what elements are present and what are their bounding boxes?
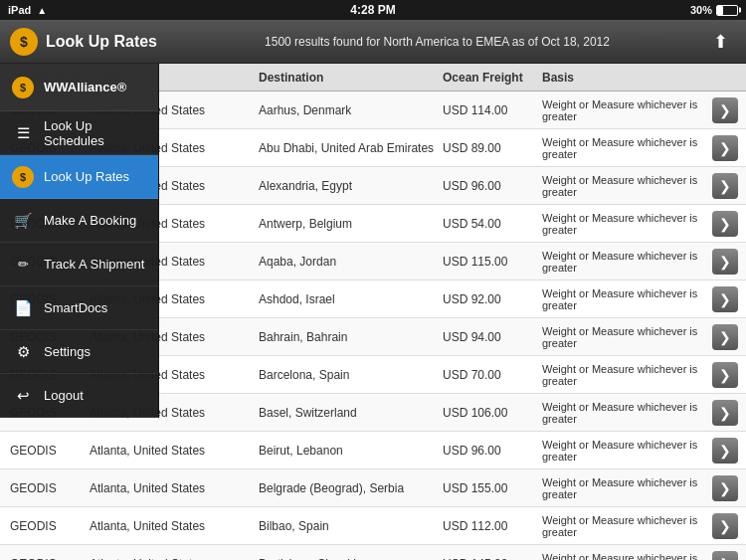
cell-destination: Abu Dhabi, United Arab Emirates bbox=[259, 141, 443, 155]
row-detail-arrow[interactable]: ❯ bbox=[712, 438, 742, 464]
sidebar: $WWAlliance®☰Look Up Schedules$Look Up R… bbox=[0, 64, 159, 418]
cell-destination: Beirut, Lebanon bbox=[259, 444, 443, 458]
cell-destination: Ashdod, Israel bbox=[259, 292, 443, 306]
sidebar-item-smartdocs[interactable]: 📄SmartDocs bbox=[0, 286, 158, 330]
sidebar-item-booking[interactable]: 🛒Make A Booking bbox=[0, 199, 158, 243]
cell-basis: Weight or Measure whichever is greater bbox=[542, 212, 712, 236]
sidebar-item-logout[interactable]: ↩Logout bbox=[0, 374, 158, 418]
cell-freight: USD 115.00 bbox=[443, 255, 542, 269]
row-detail-arrow[interactable]: ❯ bbox=[712, 211, 742, 237]
sidebar-item-label: WWAlliance® bbox=[44, 80, 126, 94]
calendar-icon: ☰ bbox=[12, 122, 34, 144]
cell-destination: Barcelona, Spain bbox=[259, 368, 443, 382]
cell-basis: Weight or Measure whichever is greater bbox=[542, 250, 712, 274]
sidebar-item-label: Settings bbox=[44, 344, 91, 359]
row-detail-arrow[interactable]: ❯ bbox=[712, 362, 742, 388]
arrow-icon[interactable]: ❯ bbox=[712, 324, 738, 350]
sidebar-item-settings[interactable]: ⚙Settings bbox=[0, 330, 158, 374]
sidebar-item-label: SmartDocs bbox=[44, 300, 107, 315]
cell-freight: USD 89.00 bbox=[443, 141, 542, 155]
sidebar-item-shipment[interactable]: ✏Track A Shipment bbox=[0, 243, 158, 286]
cell-basis: Weight or Measure whichever is greater bbox=[542, 476, 712, 500]
status-bar: iPad ▲ 4:28 PM 30% bbox=[0, 0, 746, 20]
app-logo[interactable]: $ bbox=[10, 28, 38, 56]
cell-destination: Aarhus, Denmark bbox=[259, 103, 443, 117]
arrow-icon[interactable]: ❯ bbox=[712, 475, 738, 501]
cell-freight: USD 92.00 bbox=[443, 292, 542, 306]
page-title: Look Up Rates bbox=[46, 33, 157, 51]
arrow-icon[interactable]: ❯ bbox=[712, 551, 738, 561]
arrow-icon[interactable]: ❯ bbox=[712, 249, 738, 275]
sidebar-item-wwalliance[interactable]: $WWAlliance® bbox=[0, 64, 158, 111]
cell-origin: Atlanta, United States bbox=[90, 519, 259, 533]
cell-basis: Weight or Measure whichever is greater bbox=[542, 363, 712, 387]
arrow-icon[interactable]: ❯ bbox=[712, 438, 738, 464]
arrow-icon[interactable]: ❯ bbox=[712, 362, 738, 388]
arrow-icon[interactable]: ❯ bbox=[712, 400, 738, 426]
header-subtitle: 1500 results found for North America to … bbox=[169, 35, 705, 49]
table-row[interactable]: GEODIS Atlanta, United States Beirut, Le… bbox=[0, 432, 746, 469]
doc-icon: 📄 bbox=[12, 297, 34, 319]
row-detail-arrow[interactable]: ❯ bbox=[712, 324, 742, 350]
cell-destination: Alexandria, Egypt bbox=[259, 179, 443, 193]
col-freight: Ocean Freight bbox=[443, 71, 542, 85]
cell-origin: Atlanta, United States bbox=[90, 444, 259, 458]
cell-destination: Bahrain, Bahrain bbox=[259, 330, 443, 344]
cell-destination: Basel, Switzerland bbox=[259, 406, 443, 420]
table-row[interactable]: GEODIS Atlanta, United States Belgrade (… bbox=[0, 469, 746, 507]
cell-freight: USD 155.00 bbox=[443, 481, 542, 495]
battery-icon bbox=[716, 5, 738, 16]
arrow-icon[interactable]: ❯ bbox=[712, 173, 738, 199]
sidebar-logo: $ bbox=[12, 77, 34, 98]
cell-freight: USD 54.00 bbox=[443, 217, 542, 231]
sidebar-item-label: Look Up Schedules bbox=[44, 118, 146, 148]
header-title-area: $ Look Up Rates bbox=[10, 28, 169, 56]
battery-label: 30% bbox=[690, 4, 712, 16]
cell-freight: USD 112.00 bbox=[443, 519, 542, 533]
cell-basis: Weight or Measure whichever is greater bbox=[542, 136, 712, 160]
cell-customer: GEODIS bbox=[10, 519, 90, 533]
cell-basis: Weight or Measure whichever is greater bbox=[542, 174, 712, 198]
row-detail-arrow[interactable]: ❯ bbox=[712, 249, 742, 275]
cell-origin: Atlanta, United States bbox=[90, 557, 259, 561]
cart-icon: 🛒 bbox=[12, 210, 34, 232]
cell-basis: Weight or Measure whichever is greater bbox=[542, 325, 712, 349]
arrow-icon[interactable]: ❯ bbox=[712, 286, 738, 312]
row-detail-arrow[interactable]: ❯ bbox=[712, 475, 742, 501]
cell-freight: USD 114.00 bbox=[443, 103, 542, 117]
sidebar-item-label: Logout bbox=[44, 388, 84, 403]
cell-basis: Weight or Measure whichever is greater bbox=[542, 98, 712, 122]
sidebar-item-schedules[interactable]: ☰Look Up Schedules bbox=[0, 111, 158, 155]
cell-freight: USD 70.00 bbox=[443, 368, 542, 382]
cell-basis: Weight or Measure whichever is greater bbox=[542, 514, 712, 538]
cell-freight: USD 94.00 bbox=[443, 330, 542, 344]
cell-freight: USD 96.00 bbox=[443, 444, 542, 458]
row-detail-arrow[interactable]: ❯ bbox=[712, 135, 742, 161]
row-detail-arrow[interactable]: ❯ bbox=[712, 513, 742, 539]
row-detail-arrow[interactable]: ❯ bbox=[712, 551, 742, 561]
cell-basis: Weight or Measure whichever is greater bbox=[542, 552, 712, 561]
table-row[interactable]: GEODIS Atlanta, United States Bratislava… bbox=[0, 545, 746, 560]
cell-destination: Belgrade (Beograd), Serbia bbox=[259, 481, 443, 495]
cell-destination: Antwerp, Belgium bbox=[259, 217, 443, 231]
time-label: 4:28 PM bbox=[350, 3, 395, 17]
cell-destination: Bratislava, Slovakia bbox=[259, 557, 443, 561]
sidebar-item-label: Track A Shipment bbox=[44, 257, 144, 272]
sidebar-item-rates[interactable]: $Look Up Rates bbox=[0, 155, 158, 199]
row-detail-arrow[interactable]: ❯ bbox=[712, 286, 742, 312]
header: $ Look Up Rates 1500 results found for N… bbox=[0, 20, 746, 64]
arrow-icon[interactable]: ❯ bbox=[712, 211, 738, 237]
col-destination: Destination bbox=[259, 71, 443, 85]
cell-basis: Weight or Measure whichever is greater bbox=[542, 439, 712, 463]
table-row[interactable]: GEODIS Atlanta, United States Bilbao, Sp… bbox=[0, 507, 746, 545]
cell-destination: Bilbao, Spain bbox=[259, 519, 443, 533]
row-detail-arrow[interactable]: ❯ bbox=[712, 97, 742, 123]
row-detail-arrow[interactable]: ❯ bbox=[712, 173, 742, 199]
sidebar-item-label: Look Up Rates bbox=[44, 169, 129, 184]
share-button[interactable]: ⬆ bbox=[705, 27, 736, 57]
arrow-icon[interactable]: ❯ bbox=[712, 513, 738, 539]
arrow-icon[interactable]: ❯ bbox=[712, 97, 738, 123]
row-detail-arrow[interactable]: ❯ bbox=[712, 400, 742, 426]
arrow-icon[interactable]: ❯ bbox=[712, 135, 738, 161]
sidebar-item-label: Make A Booking bbox=[44, 213, 136, 228]
